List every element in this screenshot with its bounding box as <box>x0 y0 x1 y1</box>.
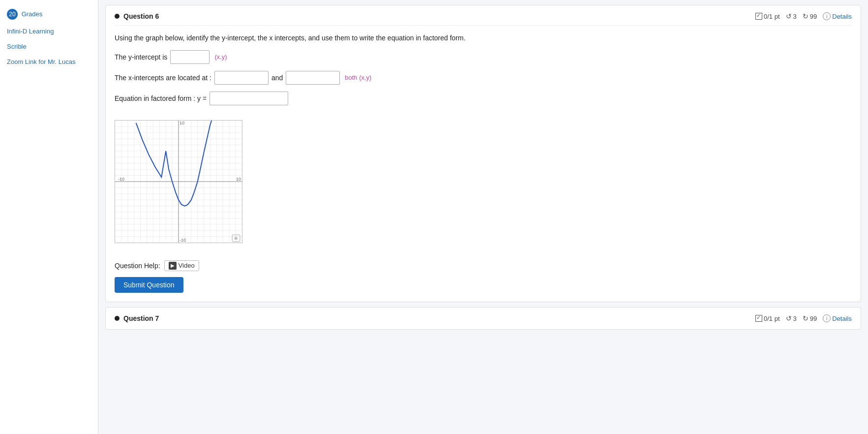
video-label: Video <box>179 262 195 269</box>
sidebar-item-zoom[interactable]: Zoom Link for Mr. Lucas <box>0 54 98 69</box>
question-6-label: Question 6 <box>123 12 159 20</box>
question-7-title: Question 7 <box>115 314 159 322</box>
x-intercepts-hint: both (x,y) <box>345 73 371 83</box>
video-button[interactable]: ▶ Video <box>164 260 199 271</box>
question-7-details[interactable]: i Details <box>823 314 852 322</box>
q7-info-icon: i <box>823 314 831 322</box>
retry-icon: ↺ <box>786 12 792 20</box>
q7-retry-icon: ↺ <box>786 314 792 322</box>
parabola-curve <box>136 120 217 206</box>
q7-submission-count: 99 <box>810 315 817 322</box>
question-6-text: Using the graph below, identify the y-in… <box>115 32 852 43</box>
sidebar-item-grades[interactable]: 20 Grades <box>0 5 98 24</box>
x-intercepts-label: The x-intercepts are located at : <box>115 72 211 83</box>
svg-text:-10: -10 <box>180 238 186 243</box>
question-6-score: 0/1 pt <box>755 13 780 20</box>
q7-score-check-icon <box>755 315 762 322</box>
q7-details-link[interactable]: Details <box>832 315 852 322</box>
question-7-submissions: ↻ 99 <box>803 314 817 322</box>
graph-container: -10 10 10 -10 ⊕ <box>115 120 242 243</box>
question-6-block: Question 6 0/1 pt ↺ 3 ↻ 99 <box>105 5 861 302</box>
sidebar-label-grades: Grades <box>22 10 43 18</box>
q7-retry-count: 3 <box>793 315 797 322</box>
y-intercept-label: The y-intercept is <box>115 52 167 62</box>
x-intercept-input-1[interactable] <box>214 71 269 85</box>
question-6-title: Question 6 <box>115 12 159 20</box>
x-intercepts-and: and <box>271 72 283 83</box>
equation-label: Equation in factored form : y = <box>115 93 207 104</box>
submission-count: 99 <box>810 13 817 20</box>
question-7-label: Question 7 <box>123 314 159 322</box>
details-link[interactable]: Details <box>832 13 852 20</box>
score-value: 0/1 pt <box>764 13 780 20</box>
equation-row: Equation in factored form : y = <box>115 92 852 105</box>
y-intercept-input[interactable] <box>170 50 210 64</box>
svg-text:⊕: ⊕ <box>234 236 238 241</box>
score-check-icon <box>755 13 762 20</box>
y-intercept-hint: (x,y) <box>214 52 227 62</box>
sidebar-item-infini-d[interactable]: Infini-D Learning <box>0 24 98 39</box>
submit-button[interactable]: Submit Question <box>115 277 183 293</box>
sidebar-label-infini-d: Infini-D Learning <box>7 28 54 35</box>
question-7-block: Question 7 0/1 pt ↺ 3 ↻ 99 <box>105 307 861 330</box>
sidebar-label-scrible: Scrible <box>7 43 27 50</box>
question-7-dot <box>115 316 120 321</box>
grades-badge: 20 <box>7 9 18 20</box>
x-intercepts-row: The x-intercepts are located at : and bo… <box>115 71 852 85</box>
submission-icon: ↻ <box>803 12 808 20</box>
q7-submission-icon: ↻ <box>803 314 808 322</box>
main-content: Question 6 0/1 pt ↺ 3 ↻ 99 <box>98 0 868 434</box>
svg-text:10: 10 <box>236 177 241 182</box>
question-6-submissions: ↻ 99 <box>803 12 817 20</box>
question-6-body: Using the graph below, identify the y-in… <box>115 32 852 293</box>
question-6-details[interactable]: i Details <box>823 12 852 20</box>
question-6-meta: 0/1 pt ↺ 3 ↻ 99 i Details <box>755 12 852 20</box>
graph-svg: -10 10 10 -10 ⊕ <box>115 120 242 243</box>
svg-text:10: 10 <box>180 121 184 125</box>
sidebar: 20 Grades Infini-D Learning Scrible Zoom… <box>0 0 98 434</box>
equation-input[interactable] <box>210 92 288 105</box>
question-help: Question Help: ▶ Video <box>115 260 852 271</box>
q7-score-value: 0/1 pt <box>764 315 780 322</box>
question-7-score: 0/1 pt <box>755 315 780 322</box>
sidebar-item-scrible[interactable]: Scrible <box>0 39 98 54</box>
info-icon: i <box>823 12 831 20</box>
question-6-header: Question 6 0/1 pt ↺ 3 ↻ 99 <box>115 12 852 26</box>
question-6-retries: ↺ 3 <box>786 12 797 20</box>
svg-text:-10: -10 <box>118 177 124 182</box>
video-icon: ▶ <box>169 262 177 270</box>
help-label: Question Help: <box>115 260 160 271</box>
question-6-dot <box>115 14 120 19</box>
question-7-retries: ↺ 3 <box>786 314 797 322</box>
x-intercept-input-2[interactable] <box>286 71 340 85</box>
sidebar-label-zoom: Zoom Link for Mr. Lucas <box>7 58 75 65</box>
question-7-meta: 0/1 pt ↺ 3 ↻ 99 i Details <box>755 314 852 322</box>
retry-count: 3 <box>793 13 797 20</box>
question-7-header: Question 7 0/1 pt ↺ 3 ↻ 99 <box>115 314 852 322</box>
y-intercept-row: The y-intercept is (x,y) <box>115 50 852 64</box>
